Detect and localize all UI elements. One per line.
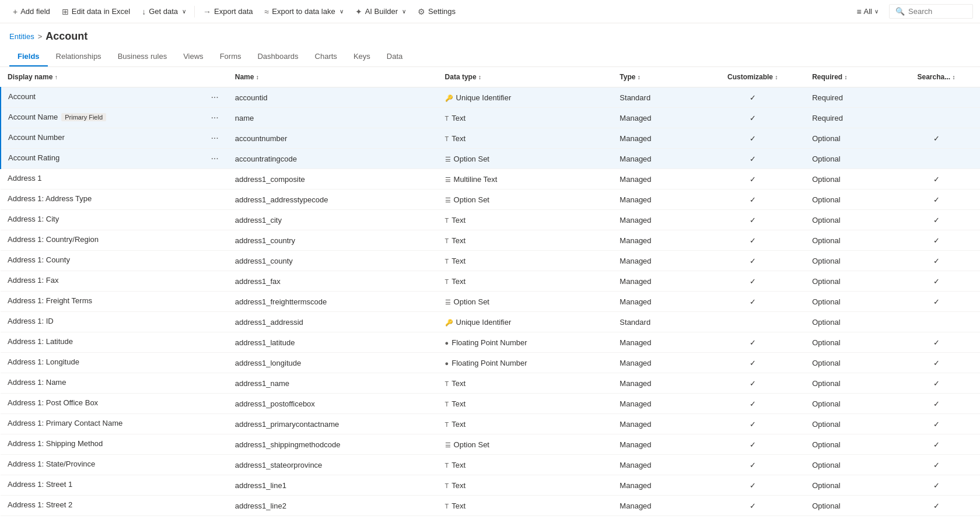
row-required: Optional (805, 373, 892, 394)
searchable-check: ✓ (933, 502, 940, 510)
ai-builder-button[interactable]: ✦ AI Builder ∨ (349, 0, 412, 23)
table-row[interactable]: Account Number···accountnumberTTextManag… (1, 128, 980, 149)
search-box[interactable]: 🔍 (889, 4, 973, 19)
table-row[interactable]: Address 1: Name···address1_nameTTextMana… (1, 373, 980, 394)
row-searchable: ✓ (892, 332, 980, 353)
table-row[interactable]: Address 1: Address Type···address1_addre… (1, 190, 980, 210)
row-searchable: ✓ (892, 190, 980, 210)
table-row[interactable]: Address 1: Shipping Method···address1_sh… (1, 434, 980, 455)
get-data-chevron: ∨ (182, 8, 186, 15)
tab-data[interactable]: Data (379, 47, 411, 66)
datatype-icon: T (445, 237, 449, 244)
col-header-type[interactable]: Type ↕ (612, 67, 700, 87)
table-row[interactable]: Address 1: Latitude···address1_latitude●… (1, 332, 980, 353)
row-required: Optional (805, 292, 892, 312)
row-required: Optional (805, 475, 892, 496)
row-ellipsis-button[interactable]: ··· (208, 133, 220, 143)
row-customizable: ✓ (700, 455, 805, 475)
col-header-customizable[interactable]: Customizable ↕ (700, 67, 805, 87)
row-ellipsis-button[interactable]: ··· (208, 113, 220, 123)
datatype-icon: T (445, 258, 449, 265)
row-required: Optional (805, 128, 892, 149)
customizable-check: ✓ (750, 359, 756, 367)
tab-views[interactable]: Views (175, 47, 211, 66)
searchable-check: ✓ (933, 399, 940, 408)
table-row[interactable]: Address 1: Street 2···address1_line2TTex… (1, 496, 980, 516)
row-customizable: ✓ (700, 414, 805, 434)
settings-button[interactable]: ⚙ Settings (412, 0, 461, 23)
tab-forms[interactable]: Forms (212, 47, 250, 66)
customizable-check: ✓ (750, 338, 756, 347)
all-filter-button[interactable]: ≡ All ∨ (850, 7, 884, 16)
table-row[interactable]: Account NamePrimary Field···nameTTextMan… (1, 108, 980, 128)
col-header-name[interactable]: Name ↕ (228, 67, 438, 87)
row-searchable: ✓ (892, 251, 980, 271)
row-ellipsis-button[interactable]: ··· (208, 92, 220, 103)
row-customizable: ✓ (700, 210, 805, 230)
row-schema-name: address1_freighttermscode (228, 292, 438, 312)
customizable-check: ✓ (750, 379, 756, 388)
table-row[interactable]: Address 1: Fax···address1_faxTTextManage… (1, 271, 980, 292)
ai-builder-label: AI Builder (365, 7, 398, 16)
tab-keys[interactable]: Keys (345, 47, 379, 66)
col-header-required[interactable]: Required ↕ (805, 67, 892, 87)
table-row[interactable]: Address 1: Primary Contact Name···addres… (1, 414, 980, 434)
datatype-label: Text (452, 481, 466, 490)
tabs-bar: Fields Relationships Business rules View… (0, 43, 980, 67)
table-row[interactable]: Address 1: City···address1_cityTTextMana… (1, 210, 980, 230)
get-data-button[interactable]: ↓ Get data ∨ (136, 0, 192, 23)
sort-displayname-icon: ↑ (55, 74, 58, 80)
toolbar-right: ≡ All ∨ 🔍 (850, 4, 973, 19)
table-row[interactable]: Address 1: Country/Region···address1_cou… (1, 230, 980, 251)
searchable-check: ✓ (933, 236, 940, 245)
row-type: Managed (612, 210, 700, 230)
row-datatype: ☰Option Set (438, 149, 613, 169)
searchable-check: ✓ (933, 195, 940, 204)
primary-field-badge: Primary Field (61, 113, 106, 121)
row-searchable: ✓ (892, 414, 980, 434)
row-customizable: ✓ (700, 149, 805, 169)
col-header-datatype[interactable]: Data type ↕ (438, 67, 613, 87)
datatype-icon: T (445, 380, 449, 387)
row-schema-name: address1_line1 (228, 475, 438, 496)
tab-fields[interactable]: Fields (9, 47, 48, 66)
table-row[interactable]: Account Rating···accountratingcode☰Optio… (1, 149, 980, 169)
customizable-check: ✓ (750, 420, 756, 429)
row-required: Required (805, 87, 892, 108)
table-row[interactable]: Address 1: County···address1_countyTText… (1, 251, 980, 271)
search-input[interactable] (908, 7, 967, 16)
table-row[interactable]: Address 1: Post Office Box···address1_po… (1, 394, 980, 414)
edit-excel-button[interactable]: ⊞ Edit data in Excel (56, 0, 136, 23)
datatype-icon: 🔑 (445, 319, 453, 326)
customizable-check: ✓ (750, 502, 756, 510)
row-schema-name: address1_stateorprovince (228, 455, 438, 475)
tab-charts[interactable]: Charts (307, 47, 345, 66)
export-lake-button[interactable]: ≈ Export to data lake ∨ (259, 0, 349, 23)
export-data-button[interactable]: → Export data (197, 0, 259, 23)
sort-required-icon: ↕ (845, 74, 848, 80)
col-header-searchable[interactable]: Searcha... ↕ (892, 67, 980, 87)
row-ellipsis-button[interactable]: ··· (208, 153, 220, 164)
row-required: Optional (805, 414, 892, 434)
table-row[interactable]: Account···accountid🔑Unique IdentifierSta… (1, 87, 980, 108)
table-row[interactable]: Address 1: Longitude···address1_longitud… (1, 353, 980, 373)
table-row[interactable]: Address 1: ID···address1_addressid🔑Uniqu… (1, 312, 980, 332)
table-row[interactable]: Address 1···address1_composite☰Multiline… (1, 169, 980, 190)
col-header-displayname[interactable]: Display name ↑ (1, 67, 228, 87)
datatype-icon: ☰ (445, 156, 451, 163)
row-datatype: TText (438, 271, 613, 292)
add-field-button[interactable]: + Add field (7, 0, 56, 23)
row-required: Optional (805, 332, 892, 353)
table-row[interactable]: Address 1: Freight Terms···address1_frei… (1, 292, 980, 312)
customizable-check: ✓ (750, 134, 756, 143)
tab-business-rules[interactable]: Business rules (110, 47, 176, 66)
datatype-label: Floating Point Number (452, 338, 527, 347)
row-required: Optional (805, 210, 892, 230)
tab-dashboards[interactable]: Dashboards (249, 47, 306, 66)
row-customizable: ✓ (700, 128, 805, 149)
row-schema-name: address1_country (228, 230, 438, 251)
table-row[interactable]: Address 1: State/Province···address1_sta… (1, 455, 980, 475)
breadcrumb-parent-link[interactable]: Entities (9, 32, 34, 41)
tab-relationships[interactable]: Relationships (48, 47, 110, 66)
table-row[interactable]: Address 1: Street 1···address1_line1TTex… (1, 475, 980, 496)
